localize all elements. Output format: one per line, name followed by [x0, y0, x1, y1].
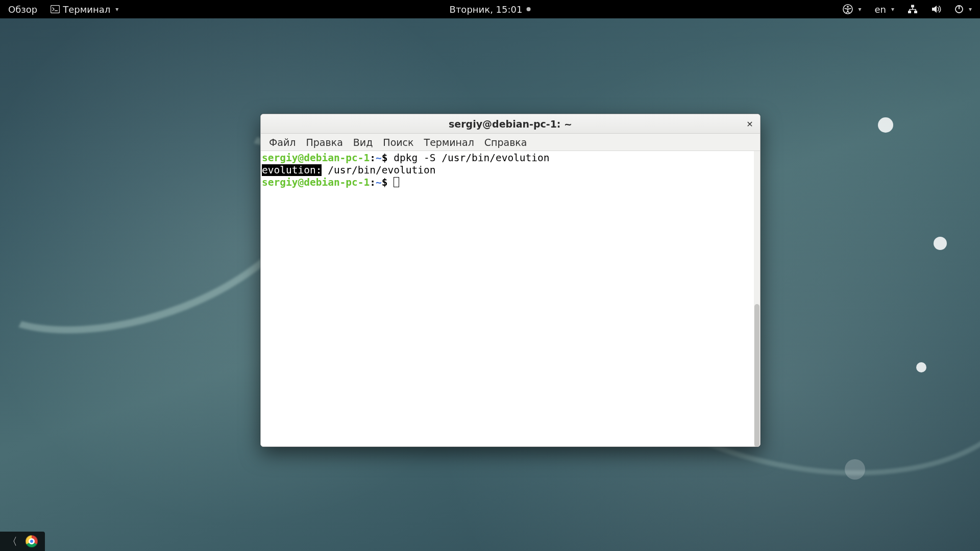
- wallpaper-bubble: [878, 117, 893, 133]
- terminal-menubar: Файл Правка Вид Поиск Терминал Справка: [261, 134, 760, 151]
- bottom-dock: 〈: [0, 532, 45, 551]
- gnome-top-bar: Обзор Терминал Вторник, 15:01 en: [0, 0, 980, 18]
- app-menu-button[interactable]: Терминал: [47, 2, 121, 17]
- menu-help-label: Справка: [484, 137, 527, 148]
- svg-point-2: [847, 6, 849, 8]
- menu-help[interactable]: Справка: [479, 134, 532, 151]
- system-menu[interactable]: [951, 3, 975, 16]
- notification-indicator-icon: [526, 7, 530, 11]
- terminal-scrollbar[interactable]: [754, 151, 760, 446]
- network-wired-icon: [908, 5, 918, 14]
- prompt-sep: :: [370, 152, 376, 164]
- terminal-cursor: [394, 177, 399, 187]
- window-close-button[interactable]: ✕: [744, 118, 756, 130]
- prompt-userhost: sergiy@debian-pc-1: [262, 177, 370, 188]
- terminal-icon: [51, 5, 60, 13]
- svg-rect-3: [911, 5, 914, 8]
- accessibility-icon: [843, 4, 853, 14]
- output-text: /usr/bin/evolution: [322, 164, 435, 176]
- network-status[interactable]: [904, 3, 921, 16]
- chevron-left-icon: 〈: [7, 535, 17, 548]
- power-icon: [954, 5, 964, 14]
- scrollbar-thumb[interactable]: [754, 304, 760, 446]
- menu-file[interactable]: Файл: [264, 134, 301, 151]
- menu-edit[interactable]: Правка: [301, 134, 348, 151]
- svg-rect-0: [51, 6, 60, 13]
- volume-icon: [931, 5, 941, 14]
- menu-edit-label: Правка: [306, 137, 343, 148]
- menu-view[interactable]: Вид: [348, 134, 378, 151]
- prompt-symbol: $: [382, 177, 388, 188]
- app-menu-label: Терминал: [63, 4, 110, 15]
- prompt-symbol: $: [382, 152, 388, 164]
- menu-terminal[interactable]: Терминал: [419, 134, 479, 151]
- svg-rect-5: [914, 11, 917, 13]
- window-title: sergiy@debian-pc-1: ~: [449, 118, 572, 130]
- prompt-path: ~: [376, 177, 382, 188]
- accessibility-menu[interactable]: [840, 2, 864, 16]
- keyboard-layout-menu[interactable]: en: [871, 2, 897, 17]
- wallpaper-bubble: [934, 237, 947, 250]
- menu-file-label: Файл: [269, 137, 296, 148]
- prompt-path: ~: [376, 152, 382, 164]
- menu-search-label: Поиск: [383, 137, 413, 148]
- chromium-launcher[interactable]: [26, 535, 38, 547]
- menu-terminal-label: Терминал: [424, 137, 474, 148]
- menu-search[interactable]: Поиск: [378, 134, 419, 151]
- window-titlebar[interactable]: sergiy@debian-pc-1: ~ ✕: [261, 114, 760, 134]
- prompt-sep: :: [370, 177, 376, 188]
- prompt-userhost: sergiy@debian-pc-1: [262, 152, 370, 164]
- clock-label[interactable]: Вторник, 15:01: [450, 4, 523, 15]
- search-match-highlight: evolution:: [262, 164, 322, 176]
- keyboard-layout-label: en: [874, 4, 886, 15]
- close-icon: ✕: [746, 119, 753, 129]
- terminal-window: sergiy@debian-pc-1: ~ ✕ Файл Правка Вид …: [260, 114, 761, 447]
- wallpaper-bubble: [916, 362, 926, 372]
- tray-back-button[interactable]: 〈: [4, 534, 20, 549]
- command-text: dpkg -S /usr/bin/evolution: [388, 152, 550, 164]
- activities-label: Обзор: [8, 4, 37, 15]
- menu-view-label: Вид: [353, 137, 373, 148]
- volume-status[interactable]: [928, 3, 944, 16]
- wallpaper-bubble: [845, 459, 865, 480]
- svg-rect-4: [908, 11, 911, 13]
- terminal-viewport[interactable]: sergiy@debian-pc-1:~$ dpkg -S /usr/bin/e…: [261, 151, 760, 446]
- activities-button[interactable]: Обзор: [5, 2, 40, 17]
